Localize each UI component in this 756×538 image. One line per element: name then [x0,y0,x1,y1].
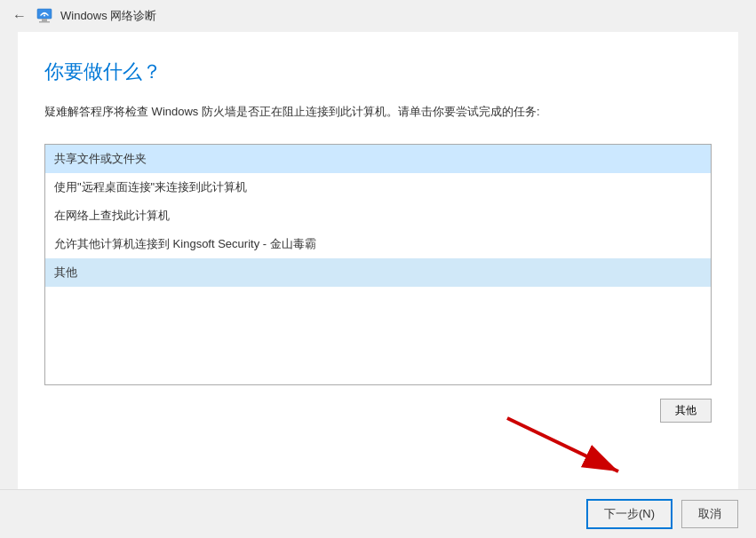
title-bar: ← Windows 网络诊断 [0,0,756,32]
back-button[interactable]: ← [11,7,28,25]
svg-point-3 [44,15,45,17]
other-button[interactable]: 其他 [660,399,712,423]
description-text: 疑难解答程序将检查 Windows 防火墙是否正在阻止连接到此计算机。请单击你要… [44,103,712,122]
main-content: 你要做什么？ 疑难解答程序将检查 Windows 防火墙是否正在阻止连接到此计算… [18,32,738,489]
list-item[interactable]: 使用"远程桌面连接"来连接到此计算机 [45,173,711,202]
svg-rect-1 [42,19,47,21]
window-title: Windows 网络诊断 [60,8,156,24]
window: ← Windows 网络诊断 你要做什么？ 疑难解答程序将检查 Windows … [0,0,756,538]
red-arrow [481,414,658,485]
svg-rect-2 [39,21,50,23]
list-item[interactable]: 允许其他计算机连接到 Kingsoft Security - 金山毒霸 [45,230,711,258]
arrow-area [44,431,712,476]
list-item[interactable]: 其他 [45,258,711,287]
page-title: 你要做什么？ [44,59,712,85]
list-item[interactable]: 共享文件或文件夹 [45,145,711,173]
footer: 下一步(N) 取消 [0,489,756,538]
task-list[interactable]: 共享文件或文件夹 使用"远程桌面连接"来连接到此计算机 在网络上查找此计算机 允… [44,144,712,385]
window-icon [36,7,53,25]
svg-line-5 [507,418,618,471]
list-item[interactable]: 在网络上查找此计算机 [45,202,711,230]
cancel-button[interactable]: 取消 [681,500,738,528]
next-button[interactable]: 下一步(N) [586,499,672,529]
